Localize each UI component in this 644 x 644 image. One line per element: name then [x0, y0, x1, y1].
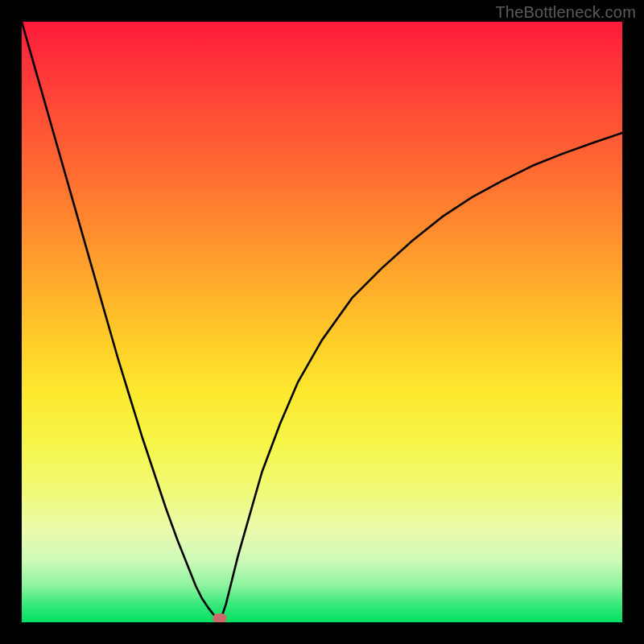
curve-layer	[22, 22, 622, 622]
chart-frame: TheBottleneck.com	[0, 0, 644, 644]
plot-area	[22, 22, 622, 622]
optimal-point-marker	[213, 613, 227, 622]
left-curve	[22, 22, 220, 622]
right-curve	[220, 133, 622, 622]
watermark-text: TheBottleneck.com	[495, 3, 636, 22]
